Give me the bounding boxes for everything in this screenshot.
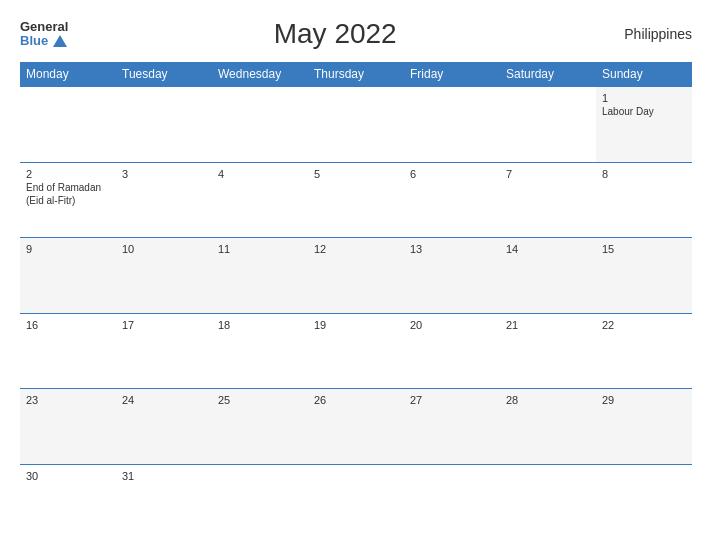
calendar-cell: 12	[308, 238, 404, 314]
day-number: 24	[122, 394, 206, 406]
calendar-week-row: 1Labour Day	[20, 87, 692, 163]
day-number: 14	[506, 243, 590, 255]
day-number: 11	[218, 243, 302, 255]
day-number: 30	[26, 470, 110, 482]
calendar-cell: 31	[116, 464, 212, 540]
calendar-week-row: 16171819202122	[20, 313, 692, 389]
col-wednesday: Wednesday	[212, 62, 308, 87]
calendar-cell: 26	[308, 389, 404, 465]
calendar-cell	[500, 464, 596, 540]
calendar-week-row: 3031	[20, 464, 692, 540]
day-number: 9	[26, 243, 110, 255]
day-number: 8	[602, 168, 686, 180]
calendar-cell	[500, 87, 596, 163]
calendar-week-row: 2End of Ramadan (Eid al-Fitr)345678	[20, 162, 692, 238]
day-number: 4	[218, 168, 302, 180]
col-tuesday: Tuesday	[116, 62, 212, 87]
calendar-cell: 11	[212, 238, 308, 314]
calendar-cell: 5	[308, 162, 404, 238]
day-number: 17	[122, 319, 206, 331]
calendar-cell: 20	[404, 313, 500, 389]
day-number: 18	[218, 319, 302, 331]
day-number: 31	[122, 470, 206, 482]
day-number: 26	[314, 394, 398, 406]
logo-blue-text: Blue	[20, 34, 68, 48]
day-number: 1	[602, 92, 686, 104]
calendar-cell: 25	[212, 389, 308, 465]
header: General Blue May 2022 Philippines	[20, 18, 692, 50]
logo-triangle-icon	[53, 35, 67, 47]
day-number: 2	[26, 168, 110, 180]
col-thursday: Thursday	[308, 62, 404, 87]
country-label: Philippines	[602, 26, 692, 42]
calendar-cell: 14	[500, 238, 596, 314]
calendar-cell: 7	[500, 162, 596, 238]
calendar-header-row: Monday Tuesday Wednesday Thursday Friday…	[20, 62, 692, 87]
day-event: Labour Day	[602, 105, 686, 118]
calendar-cell: 19	[308, 313, 404, 389]
calendar-cell	[308, 87, 404, 163]
calendar-cell: 23	[20, 389, 116, 465]
calendar-cell: 3	[116, 162, 212, 238]
calendar-cell: 22	[596, 313, 692, 389]
calendar-cell: 21	[500, 313, 596, 389]
calendar-cell: 1Labour Day	[596, 87, 692, 163]
col-friday: Friday	[404, 62, 500, 87]
day-number: 20	[410, 319, 494, 331]
logo-general-text: General	[20, 20, 68, 34]
day-number: 12	[314, 243, 398, 255]
calendar-cell: 8	[596, 162, 692, 238]
calendar-cell	[212, 464, 308, 540]
calendar-cell	[404, 464, 500, 540]
day-number: 15	[602, 243, 686, 255]
calendar-cell	[404, 87, 500, 163]
calendar-week-row: 9101112131415	[20, 238, 692, 314]
calendar-cell: 17	[116, 313, 212, 389]
day-number: 6	[410, 168, 494, 180]
calendar-page: General Blue May 2022 Philippines Monday…	[0, 0, 712, 550]
calendar-cell: 16	[20, 313, 116, 389]
calendar-cell	[20, 87, 116, 163]
calendar-title: May 2022	[68, 18, 602, 50]
col-sunday: Sunday	[596, 62, 692, 87]
calendar-cell	[596, 464, 692, 540]
day-number: 29	[602, 394, 686, 406]
col-monday: Monday	[20, 62, 116, 87]
calendar-cell	[212, 87, 308, 163]
calendar-cell: 10	[116, 238, 212, 314]
day-number: 10	[122, 243, 206, 255]
day-number: 28	[506, 394, 590, 406]
day-number: 19	[314, 319, 398, 331]
day-number: 7	[506, 168, 590, 180]
day-number: 22	[602, 319, 686, 331]
day-number: 3	[122, 168, 206, 180]
day-number: 21	[506, 319, 590, 331]
calendar-cell: 30	[20, 464, 116, 540]
calendar-cell: 27	[404, 389, 500, 465]
calendar-cell: 13	[404, 238, 500, 314]
day-number: 13	[410, 243, 494, 255]
day-number: 5	[314, 168, 398, 180]
calendar-cell: 24	[116, 389, 212, 465]
calendar-cell: 29	[596, 389, 692, 465]
day-number: 23	[26, 394, 110, 406]
calendar-cell	[116, 87, 212, 163]
col-saturday: Saturday	[500, 62, 596, 87]
logo: General Blue	[20, 20, 68, 49]
calendar-cell: 9	[20, 238, 116, 314]
calendar-cell: 28	[500, 389, 596, 465]
day-number: 25	[218, 394, 302, 406]
calendar-cell: 15	[596, 238, 692, 314]
day-number: 16	[26, 319, 110, 331]
calendar-table: Monday Tuesday Wednesday Thursday Friday…	[20, 62, 692, 540]
calendar-cell: 6	[404, 162, 500, 238]
calendar-cell	[308, 464, 404, 540]
calendar-week-row: 23242526272829	[20, 389, 692, 465]
calendar-cell: 2End of Ramadan (Eid al-Fitr)	[20, 162, 116, 238]
day-event: End of Ramadan (Eid al-Fitr)	[26, 181, 110, 207]
day-number: 27	[410, 394, 494, 406]
calendar-cell: 18	[212, 313, 308, 389]
calendar-cell: 4	[212, 162, 308, 238]
